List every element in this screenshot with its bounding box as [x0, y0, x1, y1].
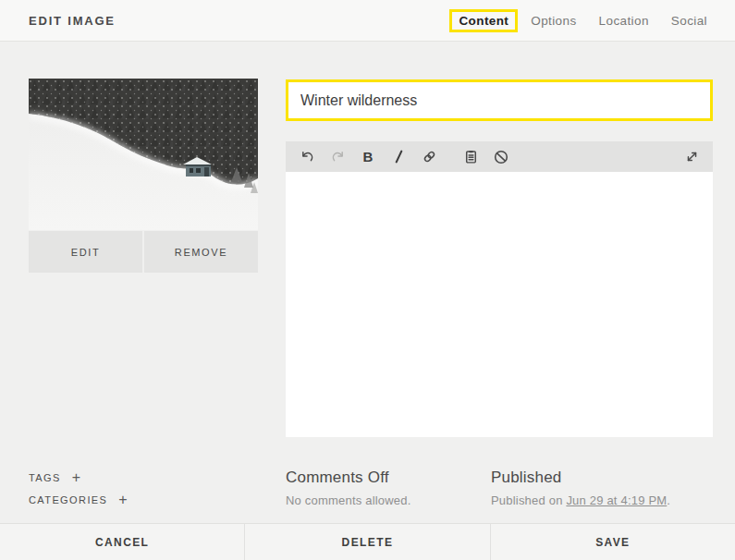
delete-button[interactable]: DELETE [244, 524, 489, 560]
footer-bar: CANCEL DELETE SAVE [0, 523, 735, 560]
image-thumbnail [29, 79, 258, 230]
add-tag-icon[interactable]: + [72, 472, 80, 483]
tags-row: TAGS + [29, 472, 80, 483]
edit-image-dialog: EDIT IMAGE Content Options Location Soci… [0, 0, 735, 560]
categories-row: CATEGORIES + [29, 494, 128, 505]
description-editor-body[interactable] [286, 172, 713, 437]
clear-formatting-icon[interactable] [489, 141, 513, 172]
comments-heading[interactable]: Comments Off [286, 469, 411, 487]
tags-label: TAGS [29, 472, 61, 483]
remove-image-button[interactable]: REMOVE [144, 231, 258, 273]
link-icon[interactable] [417, 141, 441, 172]
tab-bar: Content Options Location Social [459, 14, 707, 28]
tab-social[interactable]: Social [671, 14, 707, 28]
published-status: Published Published on Jun 29 at 4:19 PM… [491, 469, 670, 507]
published-heading[interactable]: Published [491, 469, 670, 487]
tab-content[interactable]: Content [449, 9, 518, 32]
bold-icon[interactable]: B [356, 141, 380, 172]
image-title-input[interactable] [286, 79, 713, 121]
published-suffix: . [667, 493, 670, 507]
comments-subtext: No comments allowed. [286, 493, 411, 507]
published-subtext: Published on Jun 29 at 4:19 PM. [491, 493, 670, 507]
undo-icon[interactable] [295, 141, 319, 172]
categories-label: CATEGORIES [29, 494, 107, 505]
comments-status: Comments Off No comments allowed. [286, 469, 411, 507]
add-category-icon[interactable]: + [118, 494, 127, 505]
cancel-button[interactable]: CANCEL [0, 524, 244, 560]
redo-icon[interactable] [325, 141, 349, 172]
expand-icon[interactable] [680, 141, 704, 172]
published-date-link[interactable]: Jun 29 at 4:19 PM [566, 493, 667, 507]
save-button[interactable]: SAVE [490, 524, 735, 560]
rich-text-toolbar: B [286, 141, 713, 172]
edit-image-button[interactable]: EDIT [29, 231, 142, 273]
italic-icon[interactable] [386, 141, 410, 172]
thumbnail-actions: EDIT REMOVE [29, 231, 258, 273]
tab-options[interactable]: Options [531, 14, 576, 28]
tab-location[interactable]: Location [599, 14, 649, 28]
page-title: EDIT IMAGE [29, 14, 116, 28]
header-bar: EDIT IMAGE Content Options Location Soci… [0, 0, 735, 42]
published-prefix: Published on [491, 493, 566, 507]
clipboard-icon[interactable] [459, 141, 483, 172]
image-thumbnail-panel: EDIT REMOVE [29, 79, 258, 273]
